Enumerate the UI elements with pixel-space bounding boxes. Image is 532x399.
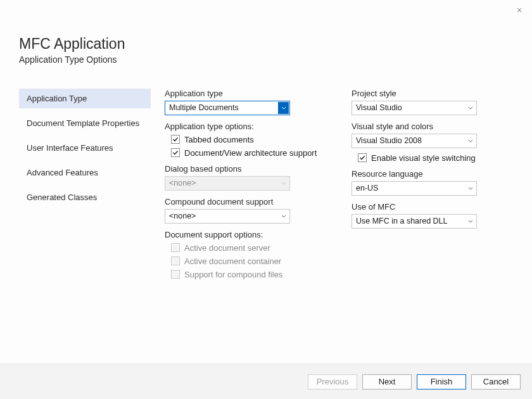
select-use-of-mfc[interactable]: Use MFC in a shared DLL <box>352 214 477 229</box>
chevron-down-icon <box>278 210 289 222</box>
select-application-type-value: Multiple Documents <box>169 103 239 112</box>
checkbox-tabbed-documents[interactable] <box>171 135 180 144</box>
label-visual-style: Visual style and colors <box>352 122 513 131</box>
chevron-down-icon <box>465 135 476 147</box>
sidebar-item-doc-template[interactable]: Document Template Properties <box>19 113 151 133</box>
select-visual-style-value: Visual Studio 2008 <box>356 136 422 145</box>
select-application-type[interactable]: Multiple Documents <box>165 101 290 115</box>
checkbox-active-server-label: Active document server <box>184 243 270 253</box>
page-title: MFC Application <box>19 35 513 53</box>
select-resource-language-value: en-US <box>356 184 378 193</box>
finish-button[interactable]: Finish <box>417 374 466 390</box>
sidebar-item-ui-features[interactable]: User Interface Features <box>19 138 151 158</box>
label-dialog-options: Dialog based options <box>165 164 326 174</box>
label-doc-support-options: Document support options: <box>165 230 326 239</box>
select-project-style-value: Visual Studio <box>356 103 402 112</box>
checkbox-active-server <box>171 243 180 252</box>
select-project-style[interactable]: Visual Studio <box>352 101 477 115</box>
page-subtitle: Application Type Options <box>19 54 513 65</box>
sidebar-item-application-type[interactable]: Application Type <box>19 89 151 108</box>
chevron-down-icon <box>465 182 476 194</box>
checkbox-enable-switching[interactable] <box>358 153 367 162</box>
select-use-of-mfc-value: Use MFC in a shared DLL <box>356 217 448 225</box>
chevron-down-icon <box>465 102 476 114</box>
checkbox-docview-label: Document/View architecture support <box>184 148 317 158</box>
sidebar-item-generated-classes[interactable]: Generated Classes <box>19 187 151 207</box>
footer: Previous Next Finish Cancel <box>0 364 532 399</box>
select-compound-support-value: <none> <box>169 212 196 220</box>
sidebar-item-advanced[interactable]: Advanced Features <box>19 163 151 182</box>
checkbox-active-container-label: Active document container <box>184 256 281 266</box>
checkbox-active-container <box>171 256 180 265</box>
label-app-type-options: Application type options: <box>165 122 326 131</box>
select-compound-support[interactable]: <none> <box>165 209 290 224</box>
chevron-down-icon <box>278 102 289 114</box>
cancel-button[interactable]: Cancel <box>471 374 521 390</box>
label-compound-support: Compound document support <box>165 197 326 206</box>
checkbox-compound-files-label: Support for compound files <box>184 270 282 279</box>
checkbox-docview[interactable] <box>171 148 180 157</box>
chevron-down-icon <box>465 215 476 227</box>
checkbox-active-container-row: Active document container <box>171 256 326 266</box>
label-use-of-mfc: Use of MFC <box>352 202 513 212</box>
checkbox-enable-switching-label: Enable visual style switching <box>371 153 476 163</box>
label-application-type: Application type <box>165 89 326 98</box>
select-dialog-options-value: <none> <box>169 179 196 187</box>
chevron-down-icon <box>278 177 289 189</box>
next-button[interactable]: Next <box>362 374 412 390</box>
checkbox-docview-row[interactable]: Document/View architecture support <box>171 148 326 158</box>
label-resource-language: Resource language <box>352 169 513 179</box>
select-dialog-options: <none> <box>165 176 290 191</box>
select-visual-style[interactable]: Visual Studio 2008 <box>352 134 477 148</box>
label-project-style: Project style <box>352 89 513 98</box>
sidebar: Application Type Document Template Prope… <box>19 89 151 357</box>
select-resource-language[interactable]: en-US <box>352 181 477 196</box>
checkbox-active-server-row: Active document server <box>171 243 326 253</box>
checkbox-compound-files-row: Support for compound files <box>171 270 326 279</box>
checkbox-compound-files <box>171 270 180 279</box>
checkbox-tabbed-documents-label: Tabbed documents <box>184 135 254 144</box>
checkbox-tabbed-documents-row[interactable]: Tabbed documents <box>171 135 326 144</box>
close-icon[interactable] <box>513 4 526 16</box>
checkbox-enable-switching-row[interactable]: Enable visual style switching <box>358 153 513 163</box>
previous-button: Previous <box>308 374 357 390</box>
